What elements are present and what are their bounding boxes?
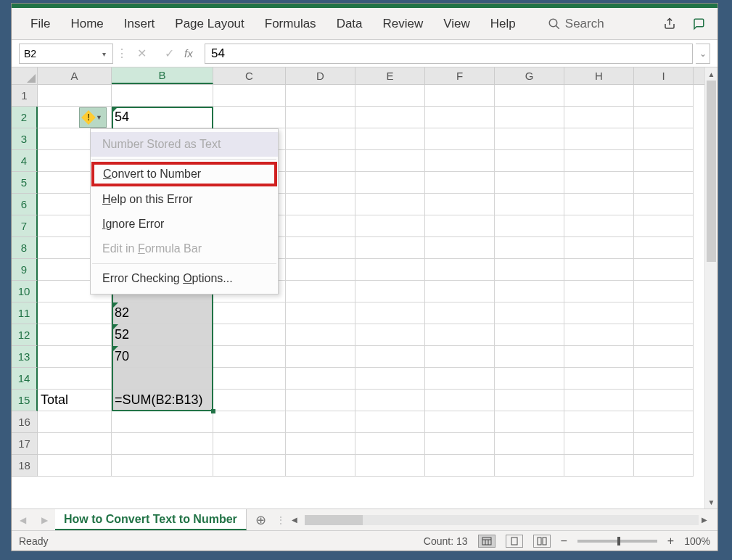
cell-i11[interactable] — [634, 302, 694, 324]
cell-g7[interactable] — [495, 215, 564, 237]
cell-h2[interactable] — [564, 107, 634, 128]
chevron-down-icon[interactable]: ▾ — [102, 50, 110, 57]
cell-f13[interactable] — [425, 346, 495, 368]
cell-i16[interactable] — [634, 411, 694, 433]
cell-a12[interactable] — [38, 324, 112, 346]
hscroll-thumb[interactable] — [305, 515, 363, 525]
sheet-nav-next-icon[interactable]: ▶ — [33, 515, 55, 525]
cell-g11[interactable] — [495, 302, 564, 324]
cell-a18[interactable] — [38, 455, 112, 477]
cell-d7[interactable] — [286, 215, 355, 237]
select-all-corner[interactable] — [12, 67, 38, 84]
zoom-slider[interactable] — [577, 540, 657, 543]
row-header[interactable]: 18 — [12, 455, 38, 477]
cell-i8[interactable] — [634, 237, 694, 259]
cell-b13[interactable]: 70 — [112, 346, 213, 368]
sheet-tab-active[interactable]: How to Convert Text to Number — [55, 509, 247, 530]
cell-b15[interactable]: =SUM(B2:B13) — [112, 390, 213, 411]
error-indicator-button[interactable]: ! ▼ — [79, 107, 107, 128]
cell-b18[interactable] — [112, 455, 213, 477]
cell-e3[interactable] — [355, 128, 425, 150]
cell-e16[interactable] — [355, 411, 425, 433]
cell-a16[interactable] — [38, 411, 112, 433]
cell-h1[interactable] — [564, 85, 634, 107]
ribbon-tab-review[interactable]: Review — [373, 8, 434, 39]
cell-f12[interactable] — [425, 324, 495, 346]
cell-h12[interactable] — [564, 324, 634, 346]
cell-i6[interactable] — [634, 194, 694, 215]
cell-d12[interactable] — [286, 324, 355, 346]
cell-h4[interactable] — [564, 150, 634, 172]
cell-g16[interactable] — [495, 411, 564, 433]
cell-b14[interactable] — [112, 368, 213, 390]
row-header[interactable]: 8 — [12, 237, 38, 259]
cell-f9[interactable] — [425, 259, 495, 281]
cell-e11[interactable] — [355, 302, 425, 324]
search-area[interactable]: Search — [540, 17, 655, 31]
scroll-left-icon[interactable]: ◀ — [292, 516, 302, 524]
cell-d16[interactable] — [286, 411, 355, 433]
row-header[interactable]: 13 — [12, 346, 38, 368]
cell-g9[interactable] — [495, 259, 564, 281]
row-header[interactable]: 1 — [12, 85, 38, 107]
cell-f15[interactable] — [425, 390, 495, 411]
cell-h9[interactable] — [564, 259, 634, 281]
cell-e17[interactable] — [355, 433, 425, 455]
ribbon-tab-home[interactable]: Home — [60, 8, 113, 39]
cell-e13[interactable] — [355, 346, 425, 368]
cell-h7[interactable] — [564, 215, 634, 237]
cell-g6[interactable] — [495, 194, 564, 215]
ribbon-tab-page-layout[interactable]: Page Layout — [165, 8, 254, 39]
cell-d9[interactable] — [286, 259, 355, 281]
cell-d4[interactable] — [286, 150, 355, 172]
cell-e12[interactable] — [355, 324, 425, 346]
cell-f16[interactable] — [425, 411, 495, 433]
cell-a17[interactable] — [38, 433, 112, 455]
cell-e15[interactable] — [355, 390, 425, 411]
row-header[interactable]: 3 — [12, 128, 38, 150]
share-icon[interactable] — [655, 17, 684, 30]
cell-h6[interactable] — [564, 194, 634, 215]
cell-a14[interactable] — [38, 368, 112, 390]
cell-g13[interactable] — [495, 346, 564, 368]
menu-help-on-error[interactable]: Help on this Error — [91, 187, 278, 212]
zoom-in-button[interactable]: + — [667, 535, 674, 548]
cell-e6[interactable] — [355, 194, 425, 215]
menu-ignore-error[interactable]: Ignore Error — [91, 212, 278, 236]
cell-e8[interactable] — [355, 237, 425, 259]
cell-g4[interactable] — [495, 150, 564, 172]
cell-f5[interactable] — [425, 172, 495, 194]
cell-c1[interactable] — [213, 85, 286, 107]
cell-i17[interactable] — [634, 433, 694, 455]
cell-i9[interactable] — [634, 259, 694, 281]
row-header[interactable]: 9 — [12, 259, 38, 281]
enter-formula-button[interactable]: ✓ — [157, 44, 181, 64]
cell-e9[interactable] — [355, 259, 425, 281]
cell-c15[interactable] — [213, 390, 286, 411]
cell-h8[interactable] — [564, 237, 634, 259]
cell-h14[interactable] — [564, 368, 634, 390]
formula-input[interactable]: 54 — [205, 44, 693, 64]
cell-g18[interactable] — [495, 455, 564, 477]
cell-h17[interactable] — [564, 433, 634, 455]
zoom-out-button[interactable]: − — [561, 535, 567, 548]
cell-e1[interactable] — [355, 85, 425, 107]
col-header-f[interactable]: F — [425, 67, 495, 84]
row-header[interactable]: 17 — [12, 433, 38, 455]
name-box[interactable]: B2 ▾ — [19, 44, 113, 64]
cell-e14[interactable] — [355, 368, 425, 390]
col-header-g[interactable]: G — [495, 67, 564, 84]
cell-i12[interactable] — [634, 324, 694, 346]
row-header[interactable]: 6 — [12, 194, 38, 215]
cell-h10[interactable] — [564, 281, 634, 302]
cell-c11[interactable] — [213, 302, 286, 324]
cell-i18[interactable] — [634, 455, 694, 477]
cell-d8[interactable] — [286, 237, 355, 259]
cell-b1[interactable] — [112, 85, 213, 107]
cell-d18[interactable] — [286, 455, 355, 477]
cell-g1[interactable] — [495, 85, 564, 107]
menu-convert-to-number[interactable]: Convert to Number — [91, 162, 277, 186]
col-header-h[interactable]: H — [564, 67, 634, 84]
cell-b2[interactable]: 54 — [112, 107, 213, 128]
cell-e7[interactable] — [355, 215, 425, 237]
